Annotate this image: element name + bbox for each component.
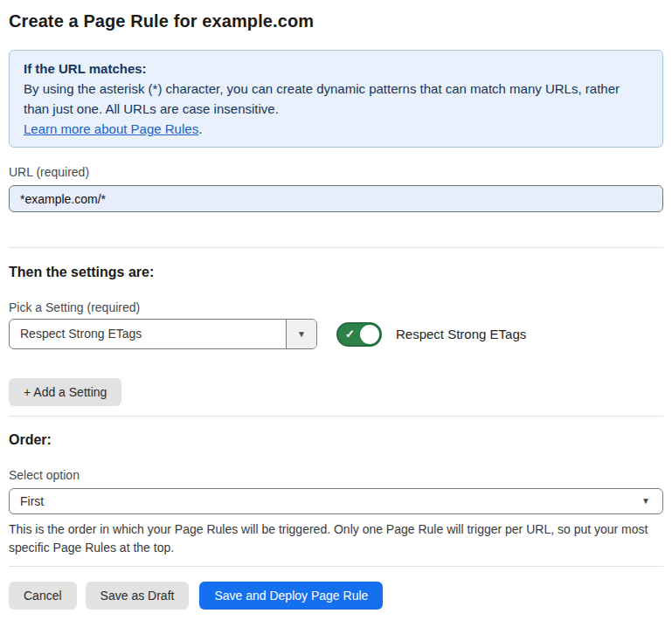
add-setting-button[interactable]: + Add a Setting	[9, 378, 121, 406]
info-box-link-line: Learn more about Page Rules.	[24, 119, 648, 139]
learn-more-link[interactable]: Learn more about Page Rules	[24, 121, 198, 136]
order-select[interactable]: First ▼	[9, 488, 663, 514]
chevron-down-icon: ▼	[297, 330, 306, 339]
setting-toggle-label: Respect Strong ETags	[396, 327, 526, 341]
section-divider	[9, 247, 663, 248]
save-deploy-button[interactable]: Save and Deploy Page Rule	[199, 582, 383, 610]
url-input[interactable]	[9, 185, 663, 212]
link-suffix-text: .	[198, 121, 202, 136]
pick-setting-label: Pick a Setting (required)	[9, 300, 663, 314]
cancel-button[interactable]: Cancel	[9, 582, 77, 610]
create-page-rule-form: Create a Page Rule for example.com If th…	[0, 10, 672, 610]
url-field-label: URL (required)	[9, 165, 663, 179]
info-box-heading: If the URL matches:	[24, 59, 648, 79]
order-select-value: First	[20, 494, 44, 508]
section-divider	[9, 416, 663, 417]
setting-toggle[interactable]: ✓	[336, 322, 382, 347]
check-icon: ✓	[345, 328, 355, 341]
order-help-text: This is the order in which your Page Rul…	[9, 520, 663, 557]
setting-select-arrow-button[interactable]: ▼	[286, 320, 316, 348]
footer-actions: Cancel Save as Draft Save and Deploy Pag…	[9, 582, 663, 610]
setting-select-value: Respect Strong ETags	[10, 320, 286, 348]
toggle-knob	[360, 325, 379, 344]
setting-select[interactable]: Respect Strong ETags ▼	[9, 319, 317, 349]
url-match-info-box: If the URL matches: By using the asteris…	[9, 50, 663, 148]
footer-divider	[9, 566, 663, 567]
chevron-down-icon: ▼	[641, 497, 650, 506]
save-draft-button[interactable]: Save as Draft	[86, 582, 190, 610]
page-title: Create a Page Rule for example.com	[9, 10, 663, 31]
order-section-heading: Order:	[9, 431, 663, 448]
settings-section-heading: Then the settings are:	[9, 264, 663, 280]
setting-row: Respect Strong ETags ▼ ✓ Respect Strong …	[9, 319, 663, 349]
select-option-label: Select option	[9, 468, 663, 482]
info-box-body: By using the asterisk (*) character, you…	[24, 79, 648, 119]
